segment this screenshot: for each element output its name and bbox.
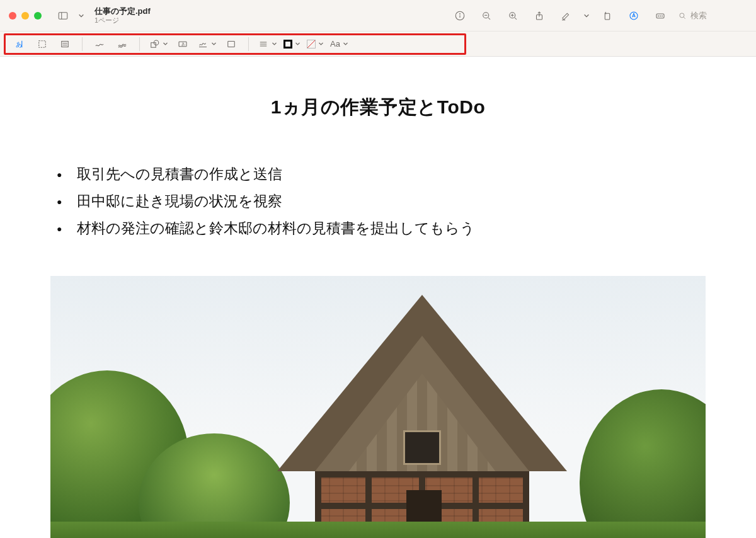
redact-tool[interactable] <box>55 35 74 53</box>
stroke-swatch-icon <box>284 40 292 49</box>
shapes-tool[interactable] <box>147 35 169 53</box>
note-tool[interactable] <box>222 35 241 53</box>
document-filename: 仕事の予定.pdf <box>94 7 151 16</box>
highlight-menu-chevron-icon[interactable] <box>583 10 590 21</box>
svg-rect-15 <box>605 13 610 20</box>
separator <box>248 37 249 51</box>
document-viewport[interactable]: 1ヵ月の作業予定とToDo 取引先への見積書の作成と送信 田中邸に赴き現場の状況… <box>0 57 756 538</box>
svg-rect-26 <box>62 41 69 47</box>
svg-rect-0 <box>59 12 67 19</box>
sidebar-menu-chevron-icon[interactable] <box>78 10 84 21</box>
svg-point-18 <box>658 15 659 16</box>
svg-line-22 <box>684 17 685 18</box>
search-icon <box>678 11 687 20</box>
list-item: 田中邸に赴き現場の状況を視察 <box>57 192 706 211</box>
zoom-out-button[interactable] <box>478 7 495 25</box>
titlebar-right-tools: 検索 <box>451 7 747 25</box>
titlebar: 仕事の予定.pdf 1ページ <box>0 0 756 31</box>
maximize-button[interactable] <box>34 12 42 20</box>
svg-point-20 <box>662 15 663 16</box>
svg-rect-25 <box>39 40 46 47</box>
document-heading: 1ヵ月の作業予定とToDo <box>50 94 706 120</box>
traffic-lights <box>9 12 42 20</box>
rectangular-selection-tool[interactable] <box>33 35 52 53</box>
svg-point-4 <box>460 13 461 14</box>
embedded-image <box>50 276 706 538</box>
sketch-tool[interactable] <box>90 35 109 53</box>
preview-window: 仕事の予定.pdf 1ページ <box>0 0 756 538</box>
border-style-tool[interactable] <box>256 35 278 53</box>
sidebar-toggle-button[interactable] <box>54 7 72 25</box>
text-style-tool[interactable]: Aa <box>329 35 350 53</box>
search-field[interactable]: 検索 <box>678 10 747 21</box>
svg-point-19 <box>660 15 661 16</box>
document-title-block: 仕事の予定.pdf 1ページ <box>94 7 151 23</box>
separator <box>139 37 140 51</box>
text-box-tool[interactable]: あ <box>173 35 192 53</box>
document-page-info: 1ページ <box>94 16 151 24</box>
fill-color-tool[interactable] <box>306 35 325 53</box>
markup-toolbar-container: あ あ <box>0 31 756 57</box>
close-button[interactable] <box>9 12 16 20</box>
fill-swatch-icon <box>307 40 316 49</box>
svg-text:あ: あ <box>181 42 185 47</box>
highlight-button[interactable] <box>557 7 575 25</box>
sign-tool[interactable] <box>196 35 218 53</box>
todo-list: 取引先への見積書の作成と送信 田中邸に赴き現場の状況を視察 材料の発注の確認と鈴… <box>57 164 706 238</box>
search-placeholder: 検索 <box>690 10 707 21</box>
text-selection-tool[interactable]: あ <box>10 35 29 53</box>
list-item: 取引先への見積書の作成と送信 <box>57 164 706 184</box>
zoom-in-button[interactable] <box>504 7 522 25</box>
svg-line-9 <box>515 18 517 20</box>
info-button[interactable] <box>451 7 469 25</box>
svg-point-21 <box>680 13 684 17</box>
border-color-tool[interactable] <box>282 35 302 53</box>
separator <box>82 37 83 51</box>
form-fill-button[interactable] <box>651 7 669 25</box>
list-item: 材料の発注の確認と鈴木邸の材料の見積書を提出してもらう <box>57 219 706 238</box>
text-style-label: Aa <box>330 39 340 49</box>
draw-tool[interactable] <box>113 35 132 53</box>
markup-toggle-button[interactable] <box>625 7 643 25</box>
markup-toolbar: あ あ <box>0 31 360 56</box>
svg-line-6 <box>488 18 490 20</box>
share-button[interactable] <box>530 7 548 25</box>
rotate-button[interactable] <box>598 7 616 25</box>
svg-rect-34 <box>228 41 235 47</box>
svg-text:あ: あ <box>16 40 22 47</box>
minimize-button[interactable] <box>21 12 29 20</box>
